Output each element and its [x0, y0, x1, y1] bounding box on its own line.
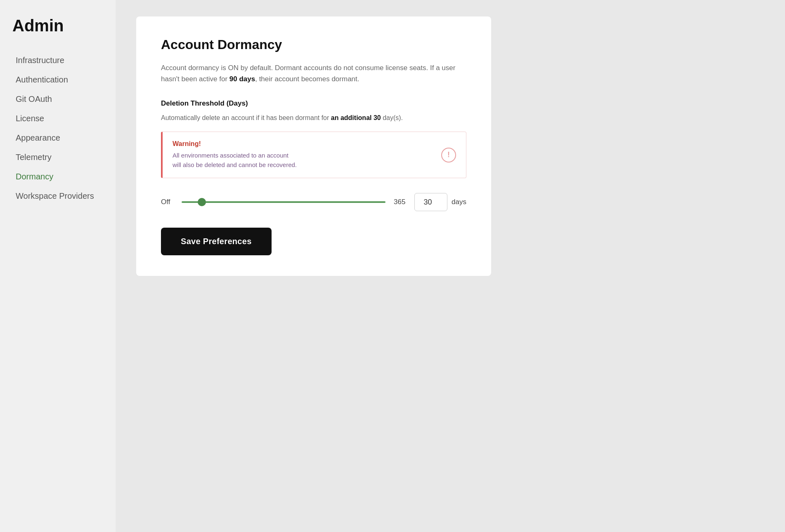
description-text-2: , their account becomes dormant.: [255, 75, 359, 83]
page-title: Account Dormancy: [161, 37, 466, 52]
sidebar-item-dormancy[interactable]: Dormancy: [12, 168, 103, 186]
warning-content: Warning! All environments associated to …: [173, 140, 433, 169]
sidebar-title: Admin: [12, 16, 103, 35]
days-input-container: days: [414, 193, 466, 211]
sidebar-item-license[interactable]: License: [12, 110, 103, 127]
sub-description: Automatically delete an account if it ha…: [161, 114, 466, 122]
sub-description-text-1: Automatically delete an account if it ha…: [161, 114, 331, 121]
sidebar-item-git-oauth[interactable]: Git OAuth: [12, 90, 103, 108]
slider-min-label: Off: [161, 198, 173, 206]
days-input[interactable]: [414, 193, 447, 211]
slider-max-label: 365: [394, 198, 406, 206]
sidebar: Admin Infrastructure Authentication Git …: [0, 0, 116, 532]
content-card: Account Dormancy Account dormancy is ON …: [136, 16, 491, 276]
save-preferences-button[interactable]: Save Preferences: [161, 228, 272, 255]
dormancy-slider[interactable]: [182, 201, 385, 203]
sidebar-item-appearance[interactable]: Appearance: [12, 129, 103, 147]
sub-description-bold: an additional 30: [331, 114, 381, 121]
section-label: Deletion Threshold (Days): [161, 99, 466, 108]
warning-box: Warning! All environments associated to …: [161, 132, 466, 178]
days-label: days: [452, 198, 466, 206]
warning-title: Warning!: [173, 140, 433, 148]
warning-text: All environments associated to an accoun…: [173, 151, 433, 169]
warning-icon: !: [441, 148, 456, 162]
description-bold: 90 days: [229, 75, 255, 83]
sub-description-text-2: day(s).: [381, 114, 403, 121]
sidebar-item-telemetry[interactable]: Telemetry: [12, 148, 103, 166]
warning-text-line1: All environments associated to an accoun…: [173, 152, 288, 159]
warning-text-line2: will also be deleted and cannot be recov…: [173, 161, 297, 168]
sidebar-item-authentication[interactable]: Authentication: [12, 71, 103, 89]
slider-row: Off 365 days: [161, 193, 466, 211]
main-content: Account Dormancy Account dormancy is ON …: [116, 0, 785, 532]
sidebar-item-workspace-providers[interactable]: Workspace Providers: [12, 187, 103, 205]
sidebar-item-infrastructure[interactable]: Infrastructure: [12, 52, 103, 69]
sidebar-nav: Infrastructure Authentication Git OAuth …: [12, 52, 103, 205]
page-description: Account dormancy is ON by default. Dorma…: [161, 62, 466, 85]
